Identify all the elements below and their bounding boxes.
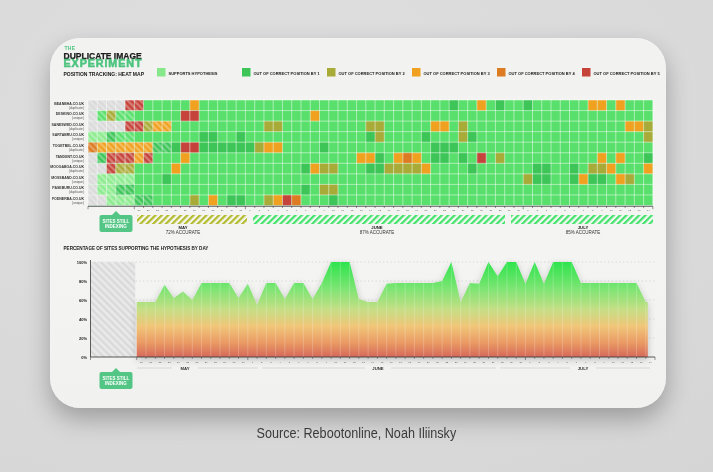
svg-text:26: 26: [193, 209, 196, 212]
svg-text:4: 4: [277, 209, 279, 212]
svg-text:20: 20: [140, 361, 143, 364]
svg-text:(duplicate): (duplicate): [69, 190, 84, 194]
svg-text:18: 18: [408, 361, 411, 364]
svg-text:3: 3: [268, 209, 270, 212]
svg-text:29: 29: [223, 361, 226, 364]
svg-text:22: 22: [443, 209, 446, 212]
svg-text:5: 5: [286, 209, 288, 212]
svg-text:(duplicate): (duplicate): [69, 148, 84, 152]
svg-text:20: 20: [425, 209, 428, 212]
svg-text:12: 12: [351, 209, 354, 212]
svg-text:(duplicate): (duplicate): [69, 169, 84, 173]
svg-text:(unique): (unique): [72, 159, 84, 163]
svg-text:31: 31: [239, 209, 242, 212]
svg-text:(unique): (unique): [72, 201, 84, 205]
svg-text:JULY: JULY: [578, 366, 589, 371]
svg-text:25: 25: [471, 209, 474, 212]
svg-text:5: 5: [564, 209, 566, 212]
svg-text:29: 29: [221, 209, 224, 212]
svg-text:13: 13: [638, 209, 641, 212]
svg-text:17: 17: [399, 361, 402, 364]
svg-text:19: 19: [418, 361, 421, 364]
svg-text:12: 12: [353, 361, 356, 364]
svg-text:4: 4: [555, 209, 557, 212]
svg-text:27: 27: [202, 209, 205, 212]
svg-text:21: 21: [436, 361, 439, 364]
svg-text:(duplicate): (duplicate): [69, 127, 84, 131]
svg-text:11: 11: [619, 209, 622, 212]
svg-text:21: 21: [149, 361, 152, 364]
svg-text:10: 10: [332, 209, 335, 212]
svg-text:OUT OF CORRECT POSITION BY 2: OUT OF CORRECT POSITION BY 2: [339, 71, 406, 76]
svg-text:SUPPORTS HYPOTHESIS: SUPPORTS HYPOTHESIS: [169, 71, 218, 76]
svg-text:4: 4: [557, 361, 559, 364]
svg-text:2: 2: [536, 209, 538, 212]
svg-text:10: 10: [334, 361, 337, 364]
svg-text:25: 25: [186, 361, 189, 364]
svg-text:21: 21: [147, 209, 150, 212]
svg-text:28: 28: [501, 361, 504, 364]
svg-text:27: 27: [489, 209, 492, 212]
svg-text:8: 8: [314, 209, 316, 212]
svg-text:(unique): (unique): [72, 137, 84, 141]
svg-text:30: 30: [517, 209, 520, 212]
svg-text:1: 1: [529, 361, 531, 364]
svg-text:PERCENTAGE OF SITES SUPPORTING: PERCENTAGE OF SITES SUPPORTING THE HYPOT…: [64, 246, 209, 251]
svg-text:9: 9: [601, 209, 603, 212]
svg-text:40%: 40%: [79, 317, 87, 322]
svg-text:EXPERIMENT: EXPERIMENT: [64, 57, 143, 69]
svg-text:14: 14: [649, 361, 652, 364]
svg-text:30: 30: [233, 361, 236, 364]
svg-text:72% ACCURATE: 72% ACCURATE: [166, 230, 200, 235]
svg-text:28: 28: [499, 209, 502, 212]
svg-text:29: 29: [508, 209, 511, 212]
svg-text:9: 9: [603, 361, 605, 364]
svg-text:8: 8: [594, 361, 596, 364]
svg-text:31: 31: [242, 361, 245, 364]
svg-text:60%: 60%: [79, 298, 87, 303]
svg-text:22: 22: [156, 209, 159, 212]
svg-text:5: 5: [566, 361, 568, 364]
svg-text:0%: 0%: [81, 355, 87, 360]
svg-text:7: 7: [583, 209, 585, 212]
svg-text:100%: 100%: [77, 260, 88, 265]
svg-text:OUT OF CORRECT POSITION BY 5: OUT OF CORRECT POSITION BY 5: [594, 71, 661, 76]
svg-text:18: 18: [406, 209, 409, 212]
svg-text:19: 19: [415, 209, 418, 212]
svg-text:11: 11: [621, 361, 624, 364]
svg-text:2: 2: [539, 361, 541, 364]
svg-text:2: 2: [259, 209, 261, 212]
svg-text:9: 9: [326, 361, 328, 364]
svg-text:24: 24: [175, 209, 178, 212]
svg-text:28: 28: [214, 361, 217, 364]
svg-text:3: 3: [546, 209, 548, 212]
svg-text:13: 13: [640, 361, 643, 364]
svg-text:26: 26: [196, 361, 199, 364]
svg-text:24: 24: [462, 209, 465, 212]
svg-text:25: 25: [184, 209, 187, 212]
svg-text:1: 1: [249, 209, 251, 212]
svg-text:80%: 80%: [79, 279, 87, 284]
svg-text:14: 14: [647, 209, 650, 212]
svg-text:4: 4: [280, 361, 282, 364]
svg-text:6: 6: [576, 361, 578, 364]
svg-text:13: 13: [362, 361, 365, 364]
svg-text:20%: 20%: [79, 336, 87, 341]
svg-text:17: 17: [397, 209, 400, 212]
svg-text:22: 22: [445, 361, 448, 364]
svg-text:26: 26: [482, 361, 485, 364]
svg-text:JULY: JULY: [578, 225, 589, 230]
svg-text:16: 16: [390, 361, 393, 364]
svg-text:23: 23: [168, 361, 171, 364]
svg-text:OUT OF CORRECT POSITION BY 1: OUT OF CORRECT POSITION BY 1: [254, 71, 321, 76]
svg-text:6: 6: [296, 209, 298, 212]
svg-text:23: 23: [165, 209, 168, 212]
svg-text:14: 14: [369, 209, 372, 212]
svg-text:12: 12: [630, 361, 633, 364]
svg-text:OUT OF CORRECT POSITION BY 3: OUT OF CORRECT POSITION BY 3: [424, 71, 491, 76]
svg-text:15: 15: [381, 361, 384, 364]
svg-text:24: 24: [464, 361, 467, 364]
svg-text:1: 1: [252, 361, 254, 364]
svg-text:11: 11: [344, 361, 347, 364]
svg-text:POSITION TRACKING: HEAT MAP: POSITION TRACKING: HEAT MAP: [64, 71, 145, 77]
